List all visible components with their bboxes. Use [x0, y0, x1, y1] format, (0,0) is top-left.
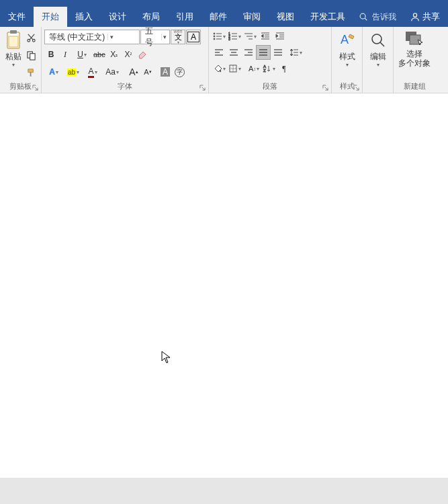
bullets-button[interactable]: ▾ — [212, 29, 227, 44]
enclosed-char-button[interactable]: 字 — [173, 65, 186, 79]
styles-icon: A — [338, 30, 357, 50]
scissors-icon — [26, 33, 36, 43]
paste-dropdown[interactable]: ▾ — [12, 62, 15, 68]
clipboard-dialog-launcher[interactable] — [31, 83, 40, 92]
svg-rect-9 — [30, 53, 36, 59]
styles-dropdown[interactable]: ▾ — [346, 62, 349, 68]
align-center-icon — [229, 48, 238, 57]
clear-formatting-button[interactable] — [136, 47, 149, 62]
line-spacing-icon — [289, 48, 299, 57]
decrease-indent-button[interactable] — [258, 29, 273, 44]
tab-insert[interactable]: 插入 — [67, 7, 101, 27]
font-size-value: 五号 — [145, 26, 159, 48]
person-icon — [410, 12, 420, 22]
font-name-dropdown[interactable]: ▾ — [107, 34, 116, 40]
cut-button[interactable] — [25, 31, 38, 44]
svg-point-6 — [28, 39, 30, 42]
svg-point-10 — [214, 33, 215, 34]
styles-dialog-launcher[interactable] — [352, 83, 361, 92]
shading-button[interactable]: ▾ — [212, 61, 227, 76]
brush-icon — [26, 68, 36, 78]
text-direction-button[interactable]: A↕▾ — [247, 61, 261, 76]
format-painter-button[interactable] — [25, 66, 38, 79]
tell-me[interactable]: 告诉我 — [353, 7, 402, 27]
text-effects-button[interactable]: A▾ — [44, 65, 63, 79]
svg-point-2 — [413, 13, 416, 17]
superscript-button[interactable]: X² — [122, 47, 135, 62]
select-multiple-button[interactable]: 选择 多个对象 — [396, 29, 433, 81]
line-spacing-button[interactable]: ▾ — [288, 45, 304, 60]
tab-view[interactable]: 视图 — [269, 7, 302, 27]
tab-layout[interactable]: 布局 — [134, 7, 168, 27]
svg-line-59 — [380, 42, 384, 46]
show-marks-button[interactable]: ¶ — [277, 61, 292, 76]
magnifier-icon — [369, 30, 387, 50]
font-size-dropdown[interactable]: ▾ — [161, 34, 168, 40]
tab-references[interactable]: 引用 — [168, 7, 201, 27]
tab-home[interactable]: 开始 — [34, 7, 67, 27]
status-bar — [0, 478, 448, 504]
sort-button[interactable]: AZ▾ — [261, 61, 277, 76]
share-label: 共享 — [422, 11, 440, 23]
subscript-button[interactable]: X₂ — [107, 47, 121, 62]
change-case-button[interactable]: Aa▾ — [103, 65, 122, 79]
newgroup-label: 新建组 — [404, 82, 426, 90]
tab-dev[interactable]: 开发工具 — [302, 7, 353, 27]
svg-point-58 — [372, 34, 382, 44]
align-center-button[interactable] — [226, 45, 241, 60]
grow-font-button[interactable]: A▴ — [127, 65, 140, 79]
svg-text:A: A — [341, 33, 349, 46]
outdent-icon — [261, 32, 270, 41]
title-bar — [0, 0, 448, 7]
tab-mail[interactable]: 邮件 — [201, 7, 235, 27]
strike-button[interactable]: abc — [92, 47, 107, 62]
editing-button[interactable]: 编辑 ▾ — [365, 29, 390, 81]
numbering-button[interactable]: 123▾ — [227, 29, 242, 44]
underline-button[interactable]: U▾ — [73, 47, 91, 62]
tab-design[interactable]: 设计 — [101, 7, 134, 27]
svg-rect-4 — [10, 30, 17, 34]
increase-indent-button[interactable] — [273, 29, 287, 44]
paragraph-dialog-launcher[interactable] — [321, 83, 330, 92]
svg-point-7 — [33, 39, 36, 42]
select-objects-icon — [404, 30, 424, 48]
share-button[interactable]: 共享 — [402, 7, 448, 27]
bucket-icon — [213, 64, 222, 73]
paste-button[interactable]: 粘贴 ▾ — [3, 29, 25, 81]
svg-point-14 — [214, 38, 215, 40]
distribute-button[interactable] — [271, 45, 285, 60]
bold-button[interactable]: B — [44, 47, 58, 62]
align-right-button[interactable] — [241, 45, 256, 60]
align-justify-icon — [259, 48, 268, 57]
svg-point-12 — [214, 36, 215, 37]
paragraph-group-label: 段落 — [263, 82, 277, 90]
tab-review[interactable]: 审阅 — [235, 7, 269, 27]
tab-file[interactable]: 文件 — [0, 7, 34, 27]
font-size-combo[interactable]: 五号 ▾ — [140, 30, 170, 44]
align-justify-button[interactable] — [256, 45, 271, 60]
bullets-icon — [213, 32, 222, 41]
borders-button[interactable]: ▾ — [227, 61, 242, 76]
italic-button[interactable]: I — [58, 47, 72, 62]
phonetic-guide-button[interactable]: wén文▾ — [171, 30, 185, 44]
shrink-font-button[interactable]: A▾ — [141, 65, 154, 79]
font-name-combo[interactable]: 等线 (中文正文) ▾ — [44, 30, 140, 44]
indent-icon — [275, 32, 285, 41]
editing-dropdown[interactable]: ▾ — [377, 62, 379, 68]
align-right-icon — [244, 48, 253, 57]
svg-rect-5 — [9, 36, 18, 47]
multilevel-button[interactable]: ▾ — [242, 29, 258, 44]
char-border-button[interactable]: A — [186, 30, 201, 44]
font-dialog-launcher[interactable] — [198, 83, 207, 92]
tell-me-placeholder: 告诉我 — [372, 11, 396, 23]
font-color-button[interactable]: A▾ — [83, 65, 102, 79]
align-left-button[interactable] — [212, 45, 226, 60]
char-shading-button[interactable]: A — [159, 65, 172, 79]
paste-label: 粘贴 — [5, 52, 21, 61]
styles-button[interactable]: A 样式 ▾ — [334, 29, 359, 81]
highlight-button[interactable]: ab▾ — [64, 65, 83, 79]
align-left-icon — [214, 48, 224, 57]
document-area[interactable] — [0, 93, 448, 478]
copy-button[interactable] — [25, 48, 38, 62]
borders-icon — [228, 64, 238, 73]
